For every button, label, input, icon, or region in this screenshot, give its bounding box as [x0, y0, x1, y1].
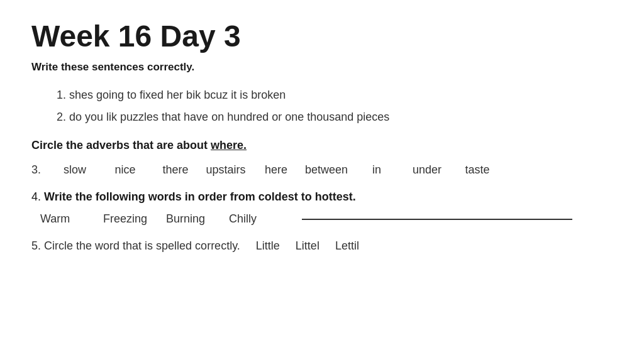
section5: 5. Circle the word that is spelled corre…	[31, 239, 613, 253]
circle-underline: where.	[211, 139, 247, 151]
adverb-row: 3. slow nice there upstairs here between…	[31, 163, 613, 177]
adverb-upstairs: upstairs	[201, 163, 251, 177]
word-warm: Warm	[40, 212, 103, 226]
choice-littel: Littel	[296, 239, 319, 252]
adverb-there: there	[150, 163, 201, 177]
section4: 4. Write the following words in order fr…	[31, 190, 613, 226]
sentence-1: shes going to fixed her bik bcuz it is b…	[69, 89, 613, 102]
choice-little: Little	[256, 239, 280, 252]
circle-instruction-text: Circle the adverbs that are about	[31, 139, 211, 151]
answer-line	[302, 219, 572, 220]
section4-label: 4. Write the following words in order fr…	[31, 190, 613, 204]
choice-lettil: Lettil	[335, 239, 359, 252]
adverb-in: in	[352, 163, 402, 177]
subtitle: Write these sentences correctly.	[31, 61, 613, 74]
sentence-2: do you lik puzzles that have on hundred …	[69, 111, 613, 124]
section4-num: 4.	[31, 190, 44, 203]
word-freezing: Freezing	[103, 212, 166, 226]
adverb-between: between	[301, 163, 352, 177]
adverb-row-num: 3.	[31, 163, 41, 177]
adverb-taste: taste	[452, 163, 502, 177]
adverb-here: here	[251, 163, 301, 177]
adverb-under: under	[402, 163, 452, 177]
section5-text: 5. Circle the word that is spelled corre…	[31, 239, 240, 252]
adverb-slow: slow	[50, 163, 100, 177]
page-title: Week 16 Day 3	[31, 19, 613, 53]
word-chilly: Chilly	[229, 212, 292, 226]
word-burning: Burning	[166, 212, 229, 226]
adverb-nice: nice	[100, 163, 150, 177]
circle-instruction: Circle the adverbs that are about where.	[31, 139, 613, 152]
section4-instruction: Write the following words in order from …	[44, 190, 356, 203]
sentence-list: shes going to fixed her bik bcuz it is b…	[31, 89, 613, 124]
section4-word-row: Warm Freezing Burning Chilly	[31, 212, 613, 226]
